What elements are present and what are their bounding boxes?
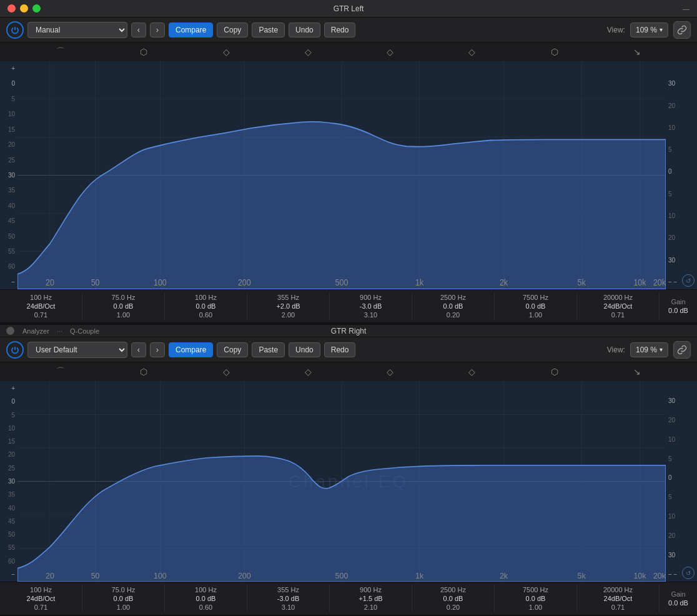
toolbar-top: Manual ‹ › Compare Copy Paste Undo Redo … (0, 17, 697, 42)
band-node-7[interactable]: ⬡ (551, 47, 558, 57)
db-scale-left-2: + 0 5 10 15 20 25 30 35 40 45 50 55 60 − (0, 381, 17, 582)
compare-button[interactable]: Compare (169, 22, 213, 37)
band-param-8: 20000 Hz 24dB/Oct 0.71 (577, 292, 660, 320)
window-link: — (683, 5, 690, 12)
band-node-8[interactable]: ↘ (633, 47, 641, 57)
band-param-2-6: 2500 Hz 0.0 dB 0.20 (412, 585, 495, 612)
copy-button[interactable]: Copy (217, 22, 248, 37)
chevron-icon-2: ▾ (660, 346, 663, 353)
redo-button-2[interactable]: Redo (324, 342, 356, 357)
paste-button-2[interactable]: Paste (252, 342, 285, 357)
eq-display-2: ⌒ ⬡ ◇ ◇ ◇ ◇ ⬡ ↘ Channel EQ + 0 5 10 (0, 362, 697, 615)
window-title: GTR Left (334, 4, 364, 13)
q-couple-label-2: Q-Couple (70, 327, 99, 335)
db-scale-right: 30 20 10 5 0 5 10 20 30 − − (666, 61, 697, 289)
svg-text:100: 100 (154, 571, 167, 580)
svg-text:2k: 2k (500, 277, 508, 287)
preset-select-2[interactable]: User Default (27, 342, 127, 358)
band-param-6: 2500 Hz 0.0 dB 0.20 (412, 292, 495, 320)
svg-text:100: 100 (154, 277, 167, 287)
toolbar-right: View: 109 % ▾ (607, 21, 691, 39)
plugin-window: GTR Left — Manual ‹ › Compare Copy Paste… (0, 0, 697, 616)
view-label-2: View: (607, 345, 625, 354)
svg-text:20: 20 (46, 571, 54, 580)
toolbar-2: User Default ‹ › Compare Copy Paste Undo… (0, 337, 697, 362)
power-button[interactable] (6, 21, 24, 39)
band-node-2-7[interactable]: ⬡ (551, 367, 558, 377)
svg-text:1k: 1k (415, 571, 424, 580)
band-param-1: 100 Hz 24dB/Oct 0.71 (0, 292, 82, 320)
eq-panel-gtr-right: Analyzer ··· Q-Couple GTR Right User Def… (0, 325, 697, 616)
svg-text:50: 50 (91, 277, 100, 287)
svg-text:500: 500 (335, 277, 348, 287)
band-node-2-6[interactable]: ◇ (468, 367, 475, 377)
band-node-2-8[interactable]: ↘ (633, 367, 641, 377)
nav-prev-button-2[interactable]: ‹ (131, 342, 146, 357)
nav-next-button[interactable]: › (150, 22, 165, 37)
band-param-5: 900 Hz -3.0 dB 3.10 (330, 292, 412, 320)
svg-text:200: 200 (238, 277, 251, 287)
db-scale-left: + 0 5 10 15 20 25 30 35 40 45 50 55 60 − (0, 61, 17, 289)
svg-text:10k: 10k (633, 277, 646, 287)
band-param-2-4: 355 Hz -3.0 dB 3.10 (247, 585, 330, 612)
svg-text:20k: 20k (653, 571, 666, 580)
view-value-2[interactable]: 109 % ▾ (630, 342, 668, 357)
eq-panel-gtr-left: Manual ‹ › Compare Copy Paste Undo Redo … (0, 17, 697, 324)
band-param-7: 7500 Hz 0.0 dB 1.00 (495, 292, 577, 320)
db-scale-right-2: 30 20 10 5 0 5 10 20 30 − − (666, 381, 697, 582)
link-button[interactable] (673, 21, 691, 39)
gain-col-1: Gain 0.0 dB (660, 292, 697, 320)
paste-button[interactable]: Paste (252, 22, 285, 37)
panel2-title-bar: Analyzer ··· Q-Couple GTR Right (0, 325, 697, 337)
panel2-indicator (6, 327, 14, 335)
band-node-2[interactable]: ⬡ (140, 47, 147, 57)
undo-button[interactable]: Undo (289, 22, 320, 37)
band-node-2-4[interactable]: ◇ (305, 367, 312, 377)
band-nodes-row-2: ⌒ ⬡ ◇ ◇ ◇ ◇ ⬡ ↘ (0, 362, 697, 381)
toolbar-right-2: View: 109 % ▾ (607, 341, 691, 359)
preset-select[interactable]: Manual (27, 22, 127, 38)
band-param-2: 75.0 Hz 0.0 dB 1.00 (82, 292, 165, 320)
eq-canvas-container[interactable]: + 0 5 10 15 20 25 30 35 40 45 50 55 60 − (0, 61, 697, 289)
band-param-4: 355 Hz +2.0 dB 2.00 (247, 292, 330, 320)
chevron-icon: ▾ (660, 26, 663, 33)
maximize-button[interactable] (32, 4, 41, 12)
eq-canvas-container-2[interactable]: Channel EQ + 0 5 10 15 20 25 30 35 40 45… (0, 381, 697, 582)
undo-button-2[interactable]: Undo (289, 342, 320, 357)
eq-curve-1: 20 50 100 200 500 1k 2k 5k 10k 20k (17, 61, 666, 289)
svg-text:10k: 10k (633, 571, 646, 580)
close-button[interactable] (7, 4, 16, 12)
band-param-2-3: 100 Hz 0.0 dB 0.60 (165, 585, 247, 612)
view-value[interactable]: 109 % ▾ (630, 22, 668, 37)
band-node-4[interactable]: ◇ (305, 47, 312, 57)
band-params-1: 100 Hz 24dB/Oct 0.71 75.0 Hz 0.0 dB 1.00… (0, 289, 697, 322)
band-node-2-2[interactable]: ⬡ (140, 367, 147, 377)
band-node-2-3[interactable]: ◇ (223, 367, 230, 377)
svg-text:50: 50 (91, 571, 100, 580)
gain-col-2: Gain 0.0 dB (660, 585, 697, 612)
eq-display-1: ⌒ ⬡ ◇ ◇ ◇ ◇ ⬡ ↘ + 0 5 10 15 20 25 (0, 42, 697, 322)
eq-curve-2: 20 50 100 200 500 1k 2k 5k 10k 20k (17, 381, 666, 582)
power-button-2[interactable] (6, 341, 24, 359)
band-node-2-1[interactable]: ⌒ (56, 366, 65, 377)
svg-text:5k: 5k (577, 277, 585, 287)
compare-button-2[interactable]: Compare (169, 342, 213, 357)
svg-text:1k: 1k (415, 277, 423, 287)
link-button-2[interactable] (673, 341, 691, 359)
view-label: View: (607, 26, 625, 34)
panel2-title: GTR Right (331, 327, 367, 335)
minimize-button[interactable] (20, 4, 28, 12)
copy-button-2[interactable]: Copy (217, 342, 248, 357)
band-node-5[interactable]: ◇ (387, 47, 393, 57)
window-controls (7, 4, 41, 12)
band-node-6[interactable]: ◇ (468, 47, 475, 57)
svg-text:20k: 20k (653, 277, 666, 287)
redo-button[interactable]: Redo (324, 22, 356, 37)
band-node-3[interactable]: ◇ (223, 47, 230, 57)
band-node-1[interactable]: ⌒ (56, 46, 65, 57)
nav-prev-button[interactable]: ‹ (131, 22, 146, 37)
band-nodes-row: ⌒ ⬡ ◇ ◇ ◇ ◇ ⬡ ↘ (0, 42, 697, 61)
svg-text:20: 20 (46, 277, 54, 287)
nav-next-button-2[interactable]: › (150, 342, 165, 357)
band-node-2-5[interactable]: ◇ (387, 367, 393, 377)
